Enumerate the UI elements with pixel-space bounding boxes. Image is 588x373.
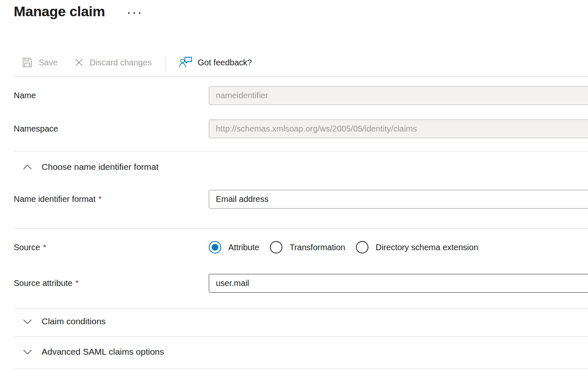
page-title: Manage claim — [14, 3, 105, 20]
got-feedback-button[interactable]: Got feedback? — [179, 56, 252, 69]
x-cross-icon — [74, 57, 84, 68]
divider — [14, 336, 588, 337]
section-title: Advanced SAML claims options — [42, 347, 164, 357]
radio-button-icon — [356, 241, 368, 254]
section-title: Claim conditions — [42, 316, 106, 326]
divider — [14, 308, 588, 308]
radio-button-icon — [270, 241, 282, 254]
section-choose-name-identifier-format[interactable]: Choose name identifier format — [23, 162, 158, 172]
more-options-button[interactable]: ··· — [127, 5, 143, 18]
save-button-label: Save — [39, 58, 58, 67]
discard-changes-button[interactable]: Discard changes — [74, 57, 152, 68]
radio-label: Attribute — [228, 243, 259, 252]
required-asterisk: * — [99, 194, 102, 204]
chevron-up-icon — [23, 164, 32, 170]
radio-button-icon — [209, 241, 221, 254]
section-advanced-saml-claims-options[interactable]: Advanced SAML claims options — [23, 347, 164, 357]
name-identifier-format-label: Name identifier format* — [0, 194, 209, 204]
name-field-row: Name — [0, 86, 588, 105]
source-attribute-input[interactable] — [209, 274, 588, 293]
name-identifier-format-row: Name identifier format* — [0, 189, 588, 209]
name-input[interactable] — [209, 86, 588, 105]
chevron-down-icon — [23, 349, 32, 355]
divider — [14, 228, 588, 229]
ellipsis-icon: ··· — [127, 7, 143, 18]
name-label: Name — [0, 91, 209, 100]
manage-claim-page: Manage claim ··· Save Discard changes — [0, 0, 588, 373]
divider — [14, 368, 588, 369]
feedback-button-label: Got feedback? — [198, 58, 252, 67]
command-toolbar: Save Discard changes Got feedback? — [21, 53, 252, 72]
source-attribute-row: Source attribute* — [0, 274, 588, 293]
radio-label: Directory schema extension — [376, 243, 478, 252]
namespace-input[interactable] — [209, 119, 588, 138]
radio-directory-schema-extension[interactable]: Directory schema extension — [356, 241, 478, 254]
save-button[interactable]: Save — [21, 56, 58, 69]
name-identifier-format-select[interactable] — [209, 190, 588, 209]
required-asterisk: * — [43, 243, 46, 252]
section-claim-conditions[interactable]: Claim conditions — [23, 316, 106, 326]
divider — [14, 76, 588, 77]
feedback-icon — [179, 56, 193, 69]
discard-button-label: Discard changes — [90, 58, 152, 67]
source-radio-group: Attribute Transformation Directory schem… — [209, 241, 588, 254]
radio-attribute[interactable]: Attribute — [209, 241, 259, 254]
page-header: Manage claim ··· — [14, 3, 143, 20]
section-title: Choose name identifier format — [42, 162, 158, 172]
divider — [14, 151, 588, 152]
namespace-label: Namespace — [0, 124, 209, 134]
radio-label: Transformation — [289, 243, 345, 252]
source-attribute-label: Source attribute* — [0, 279, 209, 288]
save-icon — [21, 56, 33, 69]
source-field-row: Source* Attribute Transformation Directo… — [0, 238, 588, 257]
chevron-down-icon — [23, 319, 32, 324]
source-label: Source* — [0, 243, 209, 252]
namespace-field-row: Namespace — [0, 119, 588, 138]
required-asterisk: * — [75, 279, 79, 288]
toolbar-divider — [165, 55, 166, 70]
radio-transformation[interactable]: Transformation — [270, 241, 345, 254]
